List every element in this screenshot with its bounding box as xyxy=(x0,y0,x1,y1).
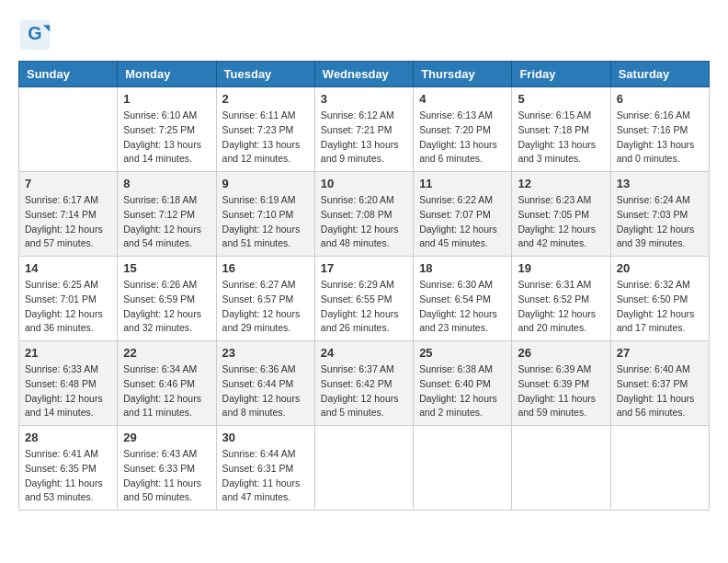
day-info: Sunrise: 6:31 AMSunset: 6:52 PMDaylight:… xyxy=(518,278,604,336)
calendar-cell: 1Sunrise: 6:10 AMSunset: 7:25 PMDaylight… xyxy=(118,87,216,172)
calendar-week-row: 28Sunrise: 6:41 AMSunset: 6:35 PMDayligh… xyxy=(19,426,710,511)
weekday-header: Wednesday xyxy=(314,62,413,87)
calendar-cell: 15Sunrise: 6:26 AMSunset: 6:59 PMDayligh… xyxy=(118,257,216,341)
day-info: Sunrise: 6:33 AMSunset: 6:48 PMDaylight:… xyxy=(25,362,111,420)
svg-text:G: G xyxy=(28,23,41,43)
calendar-cell xyxy=(314,426,413,511)
day-info: Sunrise: 6:39 AMSunset: 6:39 PMDaylight:… xyxy=(518,362,604,420)
day-info: Sunrise: 6:43 AMSunset: 6:33 PMDaylight:… xyxy=(123,447,210,505)
day-info: Sunrise: 6:25 AMSunset: 7:01 PMDaylight:… xyxy=(25,278,111,336)
day-number: 28 xyxy=(25,431,111,444)
day-info: Sunrise: 6:12 AMSunset: 7:21 PMDaylight:… xyxy=(321,109,407,167)
calendar-cell xyxy=(19,87,118,172)
calendar-week-row: 14Sunrise: 6:25 AMSunset: 7:01 PMDayligh… xyxy=(19,257,710,341)
calendar-cell: 21Sunrise: 6:33 AMSunset: 6:48 PMDayligh… xyxy=(19,341,118,426)
calendar-cell: 19Sunrise: 6:31 AMSunset: 6:52 PMDayligh… xyxy=(512,257,610,341)
day-number: 26 xyxy=(518,346,604,360)
day-info: Sunrise: 6:23 AMSunset: 7:05 PMDaylight:… xyxy=(518,193,604,251)
day-number: 5 xyxy=(518,92,604,106)
day-info: Sunrise: 6:38 AMSunset: 6:40 PMDaylight:… xyxy=(419,362,506,420)
calendar-cell: 10Sunrise: 6:20 AMSunset: 7:08 PMDayligh… xyxy=(314,172,413,257)
day-number: 10 xyxy=(321,177,407,190)
day-number: 25 xyxy=(419,346,506,360)
day-number: 24 xyxy=(321,346,407,360)
day-info: Sunrise: 6:20 AMSunset: 7:08 PMDaylight:… xyxy=(321,193,407,251)
calendar-cell: 6Sunrise: 6:16 AMSunset: 7:16 PMDaylight… xyxy=(610,87,709,172)
day-number: 21 xyxy=(25,346,111,360)
calendar-cell: 26Sunrise: 6:39 AMSunset: 6:39 PMDayligh… xyxy=(512,341,610,426)
calendar-cell: 13Sunrise: 6:24 AMSunset: 7:03 PMDayligh… xyxy=(610,172,709,257)
day-number: 20 xyxy=(617,261,703,275)
day-info: Sunrise: 6:40 AMSunset: 6:37 PMDaylight:… xyxy=(617,362,703,420)
calendar-table: SundayMondayTuesdayWednesdayThursdayFrid… xyxy=(18,61,710,511)
day-number: 3 xyxy=(321,92,407,106)
day-info: Sunrise: 6:10 AMSunset: 7:25 PMDaylight:… xyxy=(123,109,210,167)
calendar-cell: 2Sunrise: 6:11 AMSunset: 7:23 PMDaylight… xyxy=(216,87,314,172)
day-number: 11 xyxy=(419,177,506,190)
calendar-cell: 4Sunrise: 6:13 AMSunset: 7:20 PMDaylight… xyxy=(414,87,512,172)
calendar-cell: 27Sunrise: 6:40 AMSunset: 6:37 PMDayligh… xyxy=(610,341,709,426)
weekday-header: Tuesday xyxy=(216,62,314,87)
calendar-cell xyxy=(512,426,610,511)
page-header: G xyxy=(18,18,710,52)
day-number: 4 xyxy=(419,92,506,106)
calendar-cell: 16Sunrise: 6:27 AMSunset: 6:57 PMDayligh… xyxy=(216,257,314,341)
day-number: 15 xyxy=(123,261,210,275)
calendar-cell: 29Sunrise: 6:43 AMSunset: 6:33 PMDayligh… xyxy=(118,426,216,511)
calendar-week-row: 1Sunrise: 6:10 AMSunset: 7:25 PMDaylight… xyxy=(19,87,710,172)
calendar-cell xyxy=(414,426,512,511)
day-info: Sunrise: 6:11 AMSunset: 7:23 PMDaylight:… xyxy=(222,109,309,167)
day-info: Sunrise: 6:19 AMSunset: 7:10 PMDaylight:… xyxy=(222,193,309,251)
calendar-cell: 20Sunrise: 6:32 AMSunset: 6:50 PMDayligh… xyxy=(610,257,709,341)
day-number: 9 xyxy=(222,177,309,190)
day-number: 27 xyxy=(617,346,703,360)
day-number: 14 xyxy=(25,261,111,275)
day-number: 7 xyxy=(25,177,111,190)
day-number: 12 xyxy=(518,177,604,190)
calendar-week-row: 7Sunrise: 6:17 AMSunset: 7:14 PMDaylight… xyxy=(19,172,710,257)
calendar-cell xyxy=(610,426,709,511)
calendar-cell: 11Sunrise: 6:22 AMSunset: 7:07 PMDayligh… xyxy=(414,172,512,257)
calendar-cell: 24Sunrise: 6:37 AMSunset: 6:42 PMDayligh… xyxy=(314,341,413,426)
day-number: 6 xyxy=(617,92,703,106)
calendar-cell: 7Sunrise: 6:17 AMSunset: 7:14 PMDaylight… xyxy=(19,172,118,257)
day-number: 17 xyxy=(321,261,407,275)
day-number: 29 xyxy=(123,431,210,444)
calendar-cell: 8Sunrise: 6:18 AMSunset: 7:12 PMDaylight… xyxy=(118,172,216,257)
calendar-cell: 9Sunrise: 6:19 AMSunset: 7:10 PMDaylight… xyxy=(216,172,314,257)
day-number: 16 xyxy=(222,261,309,275)
day-info: Sunrise: 6:16 AMSunset: 7:16 PMDaylight:… xyxy=(617,109,703,167)
day-number: 2 xyxy=(222,92,309,106)
weekday-header: Saturday xyxy=(610,62,709,87)
day-info: Sunrise: 6:36 AMSunset: 6:44 PMDaylight:… xyxy=(222,362,309,420)
weekday-header: Friday xyxy=(512,62,610,87)
day-info: Sunrise: 6:44 AMSunset: 6:31 PMDaylight:… xyxy=(222,447,309,505)
day-info: Sunrise: 6:30 AMSunset: 6:54 PMDaylight:… xyxy=(419,278,506,336)
day-info: Sunrise: 6:27 AMSunset: 6:57 PMDaylight:… xyxy=(222,278,309,336)
day-info: Sunrise: 6:41 AMSunset: 6:35 PMDaylight:… xyxy=(25,447,111,505)
weekday-header: Sunday xyxy=(19,62,118,87)
day-info: Sunrise: 6:32 AMSunset: 6:50 PMDaylight:… xyxy=(617,278,703,336)
day-number: 30 xyxy=(222,431,309,444)
calendar-cell: 5Sunrise: 6:15 AMSunset: 7:18 PMDaylight… xyxy=(512,87,610,172)
day-info: Sunrise: 6:37 AMSunset: 6:42 PMDaylight:… xyxy=(321,362,407,420)
logo: G xyxy=(18,18,57,52)
day-info: Sunrise: 6:17 AMSunset: 7:14 PMDaylight:… xyxy=(25,193,111,251)
calendar-cell: 14Sunrise: 6:25 AMSunset: 7:01 PMDayligh… xyxy=(19,257,118,341)
logo-icon: G xyxy=(18,18,51,52)
calendar-week-row: 21Sunrise: 6:33 AMSunset: 6:48 PMDayligh… xyxy=(19,341,710,426)
calendar-cell: 17Sunrise: 6:29 AMSunset: 6:55 PMDayligh… xyxy=(314,257,413,341)
day-number: 8 xyxy=(123,177,210,190)
calendar-cell: 25Sunrise: 6:38 AMSunset: 6:40 PMDayligh… xyxy=(414,341,512,426)
day-info: Sunrise: 6:24 AMSunset: 7:03 PMDaylight:… xyxy=(617,193,703,251)
day-info: Sunrise: 6:26 AMSunset: 6:59 PMDaylight:… xyxy=(123,278,210,336)
calendar-cell: 28Sunrise: 6:41 AMSunset: 6:35 PMDayligh… xyxy=(19,426,118,511)
calendar-header-row: SundayMondayTuesdayWednesdayThursdayFrid… xyxy=(19,62,710,87)
day-info: Sunrise: 6:22 AMSunset: 7:07 PMDaylight:… xyxy=(419,193,506,251)
day-info: Sunrise: 6:13 AMSunset: 7:20 PMDaylight:… xyxy=(419,109,506,167)
calendar-cell: 30Sunrise: 6:44 AMSunset: 6:31 PMDayligh… xyxy=(216,426,314,511)
weekday-header: Thursday xyxy=(414,62,512,87)
day-number: 19 xyxy=(518,261,604,275)
day-number: 23 xyxy=(222,346,309,360)
day-number: 18 xyxy=(419,261,506,275)
